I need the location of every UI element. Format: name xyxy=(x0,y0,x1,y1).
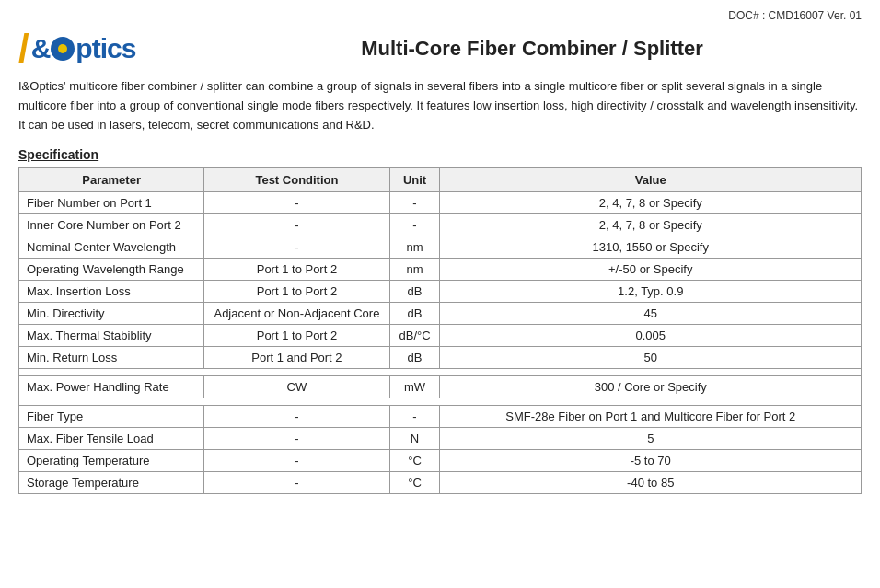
table-row: Nominal Center Wavelength-nm1310, 1550 o… xyxy=(19,236,862,259)
col-header-parameter: Parameter xyxy=(19,168,204,192)
cell-parameter: Operating Temperature xyxy=(19,450,204,472)
cell-value: SMF-28e Fiber on Port 1 and Multicore Fi… xyxy=(440,406,862,428)
table-row: Operating Wavelength RangePort 1 to Port… xyxy=(19,259,862,281)
cell-unit: dB xyxy=(389,303,440,325)
cell-test-condition: - xyxy=(204,406,389,428)
cell-parameter: Max. Insertion Loss xyxy=(19,281,204,303)
cell-parameter: Storage Temperature xyxy=(19,472,204,494)
cell-test-condition: - xyxy=(204,214,389,236)
logo: / & ptics xyxy=(18,29,203,68)
cell-unit: nm xyxy=(389,236,440,259)
logo-circle-icon xyxy=(51,37,75,61)
cell-parameter: Max. Fiber Tensile Load xyxy=(19,428,204,450)
cell-value: 0.005 xyxy=(440,325,862,347)
cell-value: 45 xyxy=(440,303,862,325)
cell-value: 2, 4, 7, 8 or Specify xyxy=(440,192,862,214)
table-row: Min. Return LossPort 1 and Port 2dB50 xyxy=(19,347,862,369)
cell-value: 2, 4, 7, 8 or Specify xyxy=(440,214,862,236)
description-text: I&Optics' multicore fiber combiner / spl… xyxy=(18,77,862,134)
table-row: Fiber Number on Port 1--2, 4, 7, 8 or Sp… xyxy=(19,192,862,214)
cell-value: 5 xyxy=(440,428,862,450)
col-header-unit: Unit xyxy=(389,168,440,192)
col-header-test-condition: Test Condition xyxy=(204,168,389,192)
cell-parameter: Fiber Type xyxy=(19,406,204,428)
cell-test-condition: - xyxy=(204,192,389,214)
cell-unit: mW xyxy=(389,376,440,398)
logo-text: & ptics xyxy=(31,33,136,64)
title-area: Multi-Core Fiber Combiner / Splitter xyxy=(203,37,862,61)
logo-slash: / xyxy=(18,29,29,68)
cell-test-condition: Port 1 to Port 2 xyxy=(204,259,389,281)
cell-test-condition: Port 1 to Port 2 xyxy=(204,281,389,303)
cell-value: -40 to 85 xyxy=(440,472,862,494)
cell-parameter: Min. Return Loss xyxy=(19,347,204,369)
table-row: Storage Temperature-°C-40 to 85 xyxy=(19,472,862,494)
cell-value: +/-50 or Specify xyxy=(440,259,862,281)
cell-parameter: Max. Power Handling Rate xyxy=(19,376,204,398)
cell-test-condition: - xyxy=(204,236,389,259)
cell-unit: N xyxy=(389,428,440,450)
logo-dot-icon xyxy=(58,44,67,53)
cell-value: 1310, 1550 or Specify xyxy=(440,236,862,259)
cell-test-condition: - xyxy=(204,428,389,450)
table-row: Max. Thermal StabiblityPort 1 to Port 2d… xyxy=(19,325,862,347)
cell-test-condition: Port 1 and Port 2 xyxy=(204,347,389,369)
logo-ampersand: & xyxy=(31,33,51,64)
cell-parameter: Nominal Center Wavelength xyxy=(19,236,204,259)
table-row: Max. Power Handling RateCWmW300 / Core o… xyxy=(19,376,862,398)
logo-optics-text: ptics xyxy=(75,33,135,64)
table-row: Inner Core Number on Port 2--2, 4, 7, 8 … xyxy=(19,214,862,236)
cell-value: 50 xyxy=(440,347,862,369)
table-row: Min. DirectivityAdjacent or Non-Adjacent… xyxy=(19,303,862,325)
cell-unit: dB xyxy=(389,347,440,369)
cell-unit: °C xyxy=(389,450,440,472)
header-area: / & ptics Multi-Core Fiber Combiner / Sp… xyxy=(18,29,862,68)
cell-unit: nm xyxy=(389,259,440,281)
cell-unit: dB xyxy=(389,281,440,303)
table-spacer-row xyxy=(19,369,862,376)
cell-test-condition: - xyxy=(204,472,389,494)
cell-test-condition: Port 1 to Port 2 xyxy=(204,325,389,347)
specification-table: Parameter Test Condition Unit Value Fibe… xyxy=(18,167,862,494)
table-spacer-row xyxy=(19,398,862,406)
cell-unit: dB/°C xyxy=(389,325,440,347)
cell-parameter: Fiber Number on Port 1 xyxy=(19,192,204,214)
cell-test-condition: - xyxy=(204,450,389,472)
cell-value: 300 / Core or Specify xyxy=(440,376,862,398)
table-row: Fiber Type--SMF-28e Fiber on Port 1 and … xyxy=(19,406,862,428)
cell-value: 1.2, Typ. 0.9 xyxy=(440,281,862,303)
cell-unit: °C xyxy=(389,472,440,494)
cell-unit: - xyxy=(389,214,440,236)
cell-parameter: Max. Thermal Stabiblity xyxy=(19,325,204,347)
section-title: Specification xyxy=(18,147,862,162)
cell-value: -5 to 70 xyxy=(440,450,862,472)
page-title: Multi-Core Fiber Combiner / Splitter xyxy=(203,37,862,61)
table-header-row: Parameter Test Condition Unit Value xyxy=(19,168,862,192)
table-row: Max. Insertion LossPort 1 to Port 2dB1.2… xyxy=(19,281,862,303)
table-row: Operating Temperature-°C-5 to 70 xyxy=(19,450,862,472)
doc-reference: DOC# : CMD16007 Ver. 01 xyxy=(18,9,862,22)
cell-unit: - xyxy=(389,406,440,428)
table-row: Max. Fiber Tensile Load-N5 xyxy=(19,428,862,450)
cell-parameter: Min. Directivity xyxy=(19,303,204,325)
cell-test-condition: Adjacent or Non-Adjacent Core xyxy=(204,303,389,325)
cell-parameter: Inner Core Number on Port 2 xyxy=(19,214,204,236)
cell-unit: - xyxy=(389,192,440,214)
cell-parameter: Operating Wavelength Range xyxy=(19,259,204,281)
col-header-value: Value xyxy=(440,168,862,192)
cell-test-condition: CW xyxy=(204,376,389,398)
